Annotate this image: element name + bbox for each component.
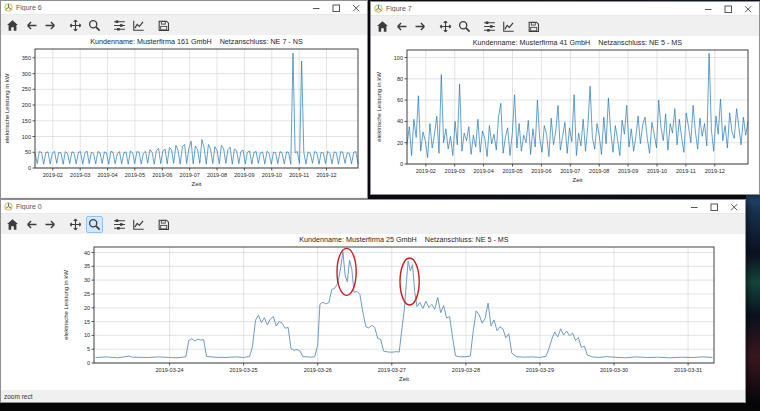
home-button[interactable] [4,216,21,233]
window-titlebar[interactable]: Figure 0 [1,200,745,214]
svg-text:20: 20 [84,305,90,311]
pan-button[interactable] [67,216,84,233]
minimize-button[interactable] [699,3,716,14]
figure-window-0: Figure 0 05101520253035402019-03-242019-… [0,199,746,403]
svg-text:30: 30 [84,277,90,283]
svg-text:2019-09: 2019-09 [618,168,638,174]
customize-button[interactable] [130,17,147,34]
svg-text:2019-11: 2019-11 [676,168,696,174]
maximize-button[interactable] [719,3,736,14]
subplots-button[interactable] [111,216,128,233]
minimize-icon [689,202,699,212]
close-button[interactable] [725,201,742,212]
maximize-icon [709,202,719,212]
pan-button[interactable] [437,18,454,35]
back-button[interactable] [393,18,410,35]
back-button[interactable] [23,17,40,34]
svg-text:100: 100 [22,134,31,140]
customize-button[interactable] [500,18,517,35]
zoom-button[interactable] [86,17,103,34]
save-button[interactable] [525,18,542,35]
svg-text:2019-03-31: 2019-03-31 [674,367,702,373]
window-titlebar[interactable]: Figure 7 [371,2,759,16]
subplots-button[interactable] [111,17,128,34]
customize-button[interactable] [130,216,147,233]
svg-text:2019-06: 2019-06 [152,172,172,178]
svg-text:5: 5 [87,346,90,352]
svg-text:15: 15 [84,319,90,325]
svg-text:200: 200 [22,102,31,108]
home-button[interactable] [4,17,21,34]
svg-text:40: 40 [84,250,90,256]
figure-canvas[interactable]: 05101520253035402019-03-242019-03-252019… [1,234,745,390]
forward-icon [44,19,57,32]
forward-button[interactable] [412,18,429,35]
close-button[interactable] [739,3,756,14]
svg-text:2019-03: 2019-03 [70,172,90,178]
zoom-icon [88,19,101,32]
svg-text:50: 50 [25,149,31,155]
back-button[interactable] [23,216,40,233]
close-button[interactable] [347,2,364,13]
close-icon [351,3,361,13]
back-icon [395,20,408,33]
svg-text:100: 100 [394,55,403,61]
minimize-button[interactable] [685,201,702,212]
svg-text:40: 40 [397,118,403,124]
svg-text:2019-12: 2019-12 [316,172,336,178]
maximize-button[interactable] [705,201,722,212]
subplots-icon [113,19,126,32]
svg-text:Kundenname: Musterfirma 161 Gm: Kundenname: Musterfirma 161 GmbH Netzans… [90,37,303,46]
svg-text:0: 0 [28,165,31,171]
save-button[interactable] [155,17,172,34]
svg-text:2019-03-25: 2019-03-25 [230,367,258,373]
svg-text:elektrische Leistung in kW: elektrische Leistung in kW [376,72,382,142]
close-icon [743,4,753,14]
zoom-button[interactable] [86,216,103,233]
svg-text:25: 25 [84,291,90,297]
figure-window-6: Figure 6 0501001502002503003502019-02201… [0,0,368,199]
svg-text:Zeit: Zeit [572,177,582,183]
minimize-button[interactable] [307,2,324,13]
figure-window-7: Figure 7 0204060801002019-022019-032019-… [370,1,760,195]
pan-button[interactable] [67,17,84,34]
forward-button[interactable] [42,17,59,34]
svg-text:elektrische Leistung in kW: elektrische Leistung in kW [4,73,10,143]
matplotlib-toolbar [1,214,745,234]
figure-canvas[interactable]: 0204060801002019-022019-032019-042019-05… [371,36,759,194]
svg-text:2019-12: 2019-12 [705,168,725,174]
chart-svg: 05101520253035402019-03-242019-03-252019… [1,234,745,390]
forward-button[interactable] [42,216,59,233]
matplotlib-icon [374,4,383,13]
home-button[interactable] [374,18,391,35]
annotation-ellipse [400,258,419,305]
maximize-icon [331,3,341,13]
subplots-button[interactable] [481,18,498,35]
window-titlebar[interactable]: Figure 6 [1,1,367,15]
zoom-button[interactable] [456,18,473,35]
svg-text:2019-10: 2019-10 [647,168,667,174]
svg-text:Zeit: Zeit [191,181,201,187]
svg-text:2019-05: 2019-05 [125,172,145,178]
home-icon [376,20,389,33]
svg-text:150: 150 [22,118,31,124]
close-icon [729,202,739,212]
customize-icon [502,20,515,33]
svg-text:2019-08: 2019-08 [207,172,227,178]
svg-text:10: 10 [84,332,90,338]
save-button[interactable] [155,216,172,233]
save-icon [157,19,170,32]
save-icon [157,218,170,231]
svg-text:35: 35 [84,263,90,269]
svg-text:2019-09: 2019-09 [234,172,254,178]
svg-text:2019-04: 2019-04 [97,172,117,178]
matplotlib-icon [4,3,13,12]
home-icon [6,19,19,32]
forward-icon [414,20,427,33]
svg-text:2019-03: 2019-03 [445,168,465,174]
svg-text:2019-03-27: 2019-03-27 [378,367,406,373]
svg-text:0: 0 [87,360,90,366]
figure-canvas[interactable]: 0501001502002503003502019-022019-032019-… [1,35,367,198]
maximize-button[interactable] [327,2,344,13]
svg-text:Kundenname: Musterfirma 25 Gmb: Kundenname: Musterfirma 25 GmbH Netzansc… [299,235,509,244]
